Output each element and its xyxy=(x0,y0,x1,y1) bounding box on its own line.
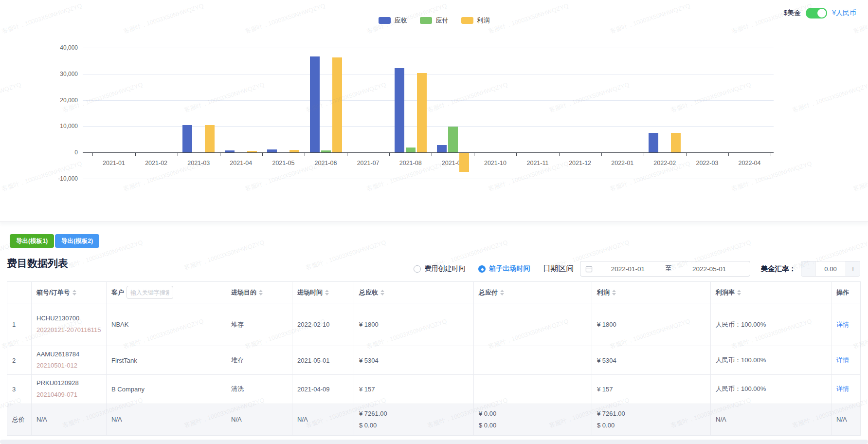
detail-link[interactable]: 详情 xyxy=(836,321,849,328)
cell-action[interactable]: 详情 xyxy=(832,303,861,346)
x-axis-tick xyxy=(644,153,644,156)
x-tick-label: 2021-11 xyxy=(517,160,559,166)
page-title: 费目数据列表 xyxy=(7,257,68,270)
cell-profit: ¥ 5304 xyxy=(592,346,711,375)
box-number: AAMU2618784 xyxy=(36,350,101,359)
customer-search-input[interactable] xyxy=(127,286,173,299)
box-number: PRKU0120928 xyxy=(36,379,101,388)
cell-profit-rate: 人民币：100.00% xyxy=(711,303,832,346)
sort-icon[interactable] xyxy=(325,290,329,296)
sort-icon[interactable] xyxy=(500,290,504,296)
export-template1-button[interactable]: 导出(模板1) xyxy=(10,234,54,248)
radio-option-1[interactable]: 费用创建时间 xyxy=(414,264,466,273)
cell-customer: NBAK xyxy=(107,303,226,346)
x-tick-label: 2021-03 xyxy=(178,160,220,166)
date-range-picker[interactable]: 2022-01-01 至 2022-05-01 xyxy=(580,261,750,277)
col-header-enter_date[interactable]: 进场时间 xyxy=(292,282,354,303)
col-header-label: 进场目的 xyxy=(231,288,256,297)
sort-icon[interactable] xyxy=(612,290,616,296)
sort-icon[interactable] xyxy=(380,290,384,296)
usd-rate-label: 美金汇率： xyxy=(761,264,796,274)
col-header-payable[interactable]: 总应付 xyxy=(474,282,592,303)
cell-receivable: ¥ 5304 xyxy=(354,346,474,375)
sort-icon[interactable] xyxy=(259,290,263,296)
cell-index: 3 xyxy=(7,375,32,404)
date-range-label: 日期区间 xyxy=(543,264,574,274)
detail-link[interactable]: 详情 xyxy=(836,356,849,364)
order-number[interactable]: 20220121-2070116115 xyxy=(36,325,101,335)
y-tick-label: 20,000 xyxy=(51,97,78,104)
cell-payable: ¥ 0.00$ 0.00 xyxy=(474,404,592,435)
time-type-radio-group: 费用创建时间箱子出场时间 xyxy=(414,264,543,273)
x-axis-tick xyxy=(92,153,93,156)
total-row: 总价N/AN/AN/AN/A¥ 7261.00$ 0.00¥ 0.00$ 0.0… xyxy=(7,404,861,435)
radio-circle xyxy=(414,265,421,273)
table-row: 1HCHU213070020220121-2070116115NBAK堆存202… xyxy=(7,303,861,346)
cell-customer: B Company xyxy=(107,375,226,404)
cell-action[interactable]: 详情 xyxy=(832,375,861,404)
bar-chart: 40,00030,00020,00010,0000-10,0002021-012… xyxy=(0,0,868,222)
x-axis-tick xyxy=(305,153,305,156)
y-tick-label: 40,000 xyxy=(51,44,78,51)
cell-enter-date: N/A xyxy=(292,404,354,435)
x-tick-label: 2021-05 xyxy=(262,160,305,166)
stepper-minus-button[interactable]: − xyxy=(801,261,815,276)
cell-profit-rate: 人民币：100.00% xyxy=(711,346,832,375)
col-header-profit[interactable]: 利润 xyxy=(592,282,711,303)
x-axis-tick xyxy=(728,153,729,156)
date-end[interactable]: 2022-05-01 xyxy=(674,265,745,273)
col-header-purpose[interactable]: 进场目的 xyxy=(226,282,292,303)
horizontal-scrollbar[interactable] xyxy=(0,440,868,444)
bar-应收-2021-03 xyxy=(182,125,192,152)
chart-card: 应收应付利润 $美金 ¥人民币 40,00030,00020,00010,000… xyxy=(0,0,868,222)
cell-index: 1 xyxy=(7,303,32,346)
table-row: 2AAMU261878420210501-012FirstTank堆存2021-… xyxy=(7,346,861,375)
cell-purpose: N/A xyxy=(226,404,292,435)
y-gridline xyxy=(83,100,774,101)
detail-link[interactable]: 详情 xyxy=(836,385,849,392)
order-number[interactable]: 20210409-071 xyxy=(36,390,101,400)
sort-icon[interactable] xyxy=(72,290,76,296)
x-tick-label: 2021-10 xyxy=(474,160,516,166)
bar-应付-2021-09 xyxy=(448,127,458,152)
col-header-profit_rate[interactable]: 利润率 xyxy=(711,282,832,303)
watermark-text: 客服叶，10003X50NHWQZYQ xyxy=(183,239,266,272)
radio-label: 费用创建时间 xyxy=(425,264,466,273)
y-gridline xyxy=(83,179,774,179)
cell-receivable: ¥ 157 xyxy=(354,375,474,404)
x-tick-label: 2022-03 xyxy=(686,160,728,166)
sort-icon[interactable] xyxy=(737,290,741,296)
radio-circle xyxy=(478,265,486,273)
cell-profit: ¥ 1800 xyxy=(592,303,711,346)
order-number[interactable]: 20210501-012 xyxy=(36,361,101,370)
usd-rate-stepper: − 0.00 + xyxy=(801,261,860,277)
cell-profit-rate: 人民币：100.00% xyxy=(711,375,832,404)
col-header-receivable[interactable]: 总应收 xyxy=(354,282,474,303)
cell-purpose: 清洗 xyxy=(226,375,292,404)
x-tick-label: 2021-02 xyxy=(135,160,178,166)
radio-option-2[interactable]: 箱子出场时间 xyxy=(478,264,530,273)
col-header-label: 操作 xyxy=(836,288,849,297)
y-tick-label: 30,000 xyxy=(51,71,78,77)
table-header-row: 箱号/订单号客户进场目的进场时间总应收总应付利润利润率操作 xyxy=(7,282,861,303)
stepper-plus-button[interactable]: + xyxy=(846,261,860,276)
date-to-label: 至 xyxy=(663,264,674,273)
export-template2-button[interactable]: 导出(模板2) xyxy=(55,234,99,248)
cell-enter-date: 2021-04-09 xyxy=(292,375,354,404)
y-tick-label: -10,000 xyxy=(51,175,78,182)
x-axis-tick xyxy=(220,153,220,156)
cell-index: 2 xyxy=(7,346,32,375)
cell-purpose: 堆存 xyxy=(226,303,292,346)
cell-profit: ¥ 7261.00$ 0.00 xyxy=(592,404,711,435)
x-tick-label: 2021-08 xyxy=(389,160,432,166)
bar-利润-2021-08 xyxy=(417,73,427,152)
cell-enter-date: 2021-05-01 xyxy=(292,346,354,375)
x-axis-tick xyxy=(135,153,136,156)
col-header-box[interactable]: 箱号/订单号 xyxy=(32,282,107,303)
stepper-value[interactable]: 0.00 xyxy=(815,261,846,276)
x-axis-tick xyxy=(771,153,771,156)
cell-action[interactable]: 详情 xyxy=(832,346,861,375)
col-header-label: 利润 xyxy=(597,288,610,297)
watermark-text: 客服叶，10003X50NHWQZYQ xyxy=(305,239,387,272)
date-start[interactable]: 2022-01-01 xyxy=(593,265,664,273)
